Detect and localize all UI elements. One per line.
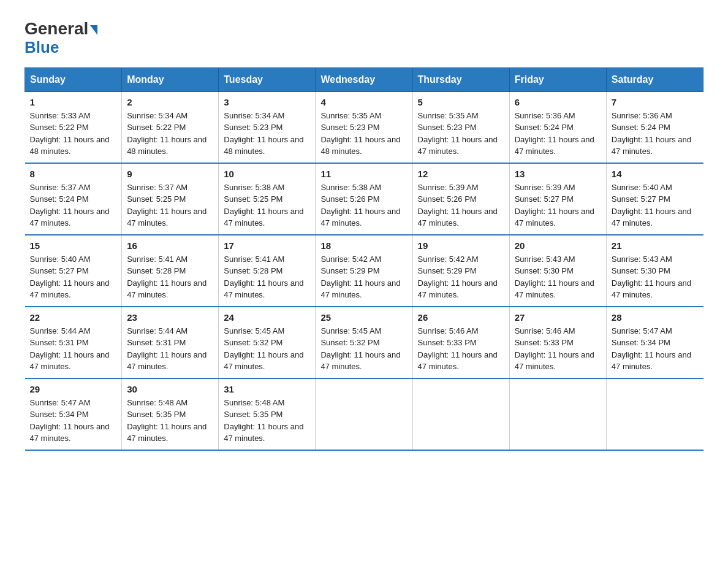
sunrise-label: Sunrise: 5:35 AM — [418, 111, 479, 120]
day-info: Sunrise: 5:33 AM Sunset: 5:22 PM Dayligh… — [30, 110, 117, 158]
calendar-cell: 7 Sunrise: 5:36 AM Sunset: 5:24 PM Dayli… — [606, 91, 703, 163]
sunrise-label: Sunrise: 5:43 AM — [612, 255, 672, 264]
sunrise-label: Sunrise: 5:48 AM — [224, 398, 284, 407]
logo: General Blue — [25, 18, 97, 55]
day-number: 7 — [612, 97, 699, 107]
weekday-header-friday: Friday — [509, 67, 606, 91]
day-number: 26 — [418, 312, 504, 323]
sunrise-label: Sunrise: 5:45 AM — [320, 326, 381, 335]
calendar-week-row: 8 Sunrise: 5:37 AM Sunset: 5:24 PM Dayli… — [25, 163, 703, 235]
calendar-cell: 22 Sunrise: 5:44 AM Sunset: 5:31 PM Dayl… — [25, 307, 122, 378]
sunrise-label: Sunrise: 5:44 AM — [127, 326, 188, 335]
sunset-label: Sunset: 5:32 PM — [224, 338, 282, 347]
day-number: 28 — [612, 312, 699, 323]
sunrise-label: Sunrise: 5:45 AM — [224, 326, 284, 335]
daylight-label: Daylight: 11 hours and 47 minutes. — [127, 278, 207, 300]
calendar-cell: 11 Sunrise: 5:38 AM Sunset: 5:26 PM Dayl… — [316, 163, 412, 235]
sunrise-label: Sunrise: 5:38 AM — [224, 183, 284, 192]
day-number: 2 — [127, 97, 213, 107]
sunset-label: Sunset: 5:29 PM — [418, 266, 477, 275]
day-info: Sunrise: 5:41 AM Sunset: 5:28 PM Dayligh… — [224, 253, 310, 301]
daylight-label: Daylight: 11 hours and 47 minutes. — [320, 207, 400, 228]
daylight-label: Daylight: 11 hours and 47 minutes. — [320, 350, 400, 372]
calendar-table: SundayMondayTuesdayWednesdayThursdayFrid… — [25, 67, 703, 451]
sunset-label: Sunset: 5:25 PM — [224, 194, 282, 204]
calendar-cell: 2 Sunrise: 5:34 AM Sunset: 5:22 PM Dayli… — [122, 91, 219, 163]
day-info: Sunrise: 5:41 AM Sunset: 5:28 PM Dayligh… — [127, 253, 213, 301]
calendar-cell: 17 Sunrise: 5:41 AM Sunset: 5:28 PM Dayl… — [219, 235, 316, 307]
day-info: Sunrise: 5:44 AM Sunset: 5:31 PM Dayligh… — [127, 325, 213, 373]
daylight-label: Daylight: 11 hours and 47 minutes. — [30, 422, 110, 443]
daylight-label: Daylight: 11 hours and 48 minutes. — [30, 135, 110, 156]
calendar-week-row: 1 Sunrise: 5:33 AM Sunset: 5:22 PM Dayli… — [25, 91, 703, 163]
calendar-cell: 10 Sunrise: 5:38 AM Sunset: 5:25 PM Dayl… — [219, 163, 316, 235]
calendar-cell: 9 Sunrise: 5:37 AM Sunset: 5:25 PM Dayli… — [122, 163, 219, 235]
daylight-label: Daylight: 11 hours and 47 minutes. — [515, 278, 594, 300]
sunset-label: Sunset: 5:32 PM — [320, 338, 379, 347]
calendar-header-row: SundayMondayTuesdayWednesdayThursdayFrid… — [25, 67, 703, 91]
sunset-label: Sunset: 5:28 PM — [224, 266, 282, 275]
sunset-label: Sunset: 5:24 PM — [30, 194, 89, 204]
day-info: Sunrise: 5:35 AM Sunset: 5:23 PM Dayligh… — [418, 110, 504, 158]
sunset-label: Sunset: 5:23 PM — [320, 123, 379, 132]
sunrise-label: Sunrise: 5:40 AM — [30, 255, 91, 264]
day-number: 5 — [418, 97, 504, 107]
calendar-cell: 5 Sunrise: 5:35 AM Sunset: 5:23 PM Dayli… — [412, 91, 509, 163]
sunset-label: Sunset: 5:27 PM — [612, 194, 670, 204]
sunset-label: Sunset: 5:25 PM — [127, 194, 186, 204]
calendar-week-row: 29 Sunrise: 5:47 AM Sunset: 5:34 PM Dayl… — [25, 378, 703, 450]
day-number: 13 — [515, 169, 601, 179]
day-number: 18 — [320, 240, 407, 251]
calendar-cell: 28 Sunrise: 5:47 AM Sunset: 5:34 PM Dayl… — [606, 307, 703, 378]
sunset-label: Sunset: 5:31 PM — [127, 338, 186, 347]
daylight-label: Daylight: 11 hours and 47 minutes. — [224, 278, 303, 300]
sunset-label: Sunset: 5:28 PM — [127, 266, 186, 275]
day-number: 31 — [224, 384, 310, 394]
calendar-week-row: 22 Sunrise: 5:44 AM Sunset: 5:31 PM Dayl… — [25, 307, 703, 378]
daylight-label: Daylight: 11 hours and 47 minutes. — [515, 350, 594, 372]
daylight-label: Daylight: 11 hours and 48 minutes. — [127, 135, 207, 156]
calendar-cell: 15 Sunrise: 5:40 AM Sunset: 5:27 PM Dayl… — [25, 235, 122, 307]
daylight-label: Daylight: 11 hours and 47 minutes. — [127, 422, 207, 443]
weekday-header-wednesday: Wednesday — [316, 67, 412, 91]
day-info: Sunrise: 5:45 AM Sunset: 5:32 PM Dayligh… — [224, 325, 310, 373]
calendar-cell: 19 Sunrise: 5:42 AM Sunset: 5:29 PM Dayl… — [412, 235, 509, 307]
daylight-label: Daylight: 11 hours and 47 minutes. — [224, 422, 303, 443]
daylight-label: Daylight: 11 hours and 47 minutes. — [320, 278, 400, 300]
day-number: 16 — [127, 240, 213, 251]
calendar-cell: 8 Sunrise: 5:37 AM Sunset: 5:24 PM Dayli… — [25, 163, 122, 235]
day-info: Sunrise: 5:45 AM Sunset: 5:32 PM Dayligh… — [320, 325, 407, 373]
calendar-cell: 18 Sunrise: 5:42 AM Sunset: 5:29 PM Dayl… — [316, 235, 412, 307]
day-info: Sunrise: 5:48 AM Sunset: 5:35 PM Dayligh… — [224, 397, 310, 445]
day-number: 14 — [612, 169, 699, 179]
calendar-cell: 3 Sunrise: 5:34 AM Sunset: 5:23 PM Dayli… — [219, 91, 316, 163]
day-info: Sunrise: 5:43 AM Sunset: 5:30 PM Dayligh… — [515, 253, 601, 301]
day-info: Sunrise: 5:36 AM Sunset: 5:24 PM Dayligh… — [515, 110, 601, 158]
sunrise-label: Sunrise: 5:44 AM — [30, 326, 91, 335]
daylight-label: Daylight: 11 hours and 47 minutes. — [30, 350, 110, 372]
day-info: Sunrise: 5:36 AM Sunset: 5:24 PM Dayligh… — [612, 110, 699, 158]
day-info: Sunrise: 5:46 AM Sunset: 5:33 PM Dayligh… — [418, 325, 504, 373]
day-info: Sunrise: 5:34 AM Sunset: 5:22 PM Dayligh… — [127, 110, 213, 158]
calendar-cell: 25 Sunrise: 5:45 AM Sunset: 5:32 PM Dayl… — [316, 307, 412, 378]
calendar-cell: 21 Sunrise: 5:43 AM Sunset: 5:30 PM Dayl… — [606, 235, 703, 307]
calendar-cell: 24 Sunrise: 5:45 AM Sunset: 5:32 PM Dayl… — [219, 307, 316, 378]
sunset-label: Sunset: 5:30 PM — [612, 266, 670, 275]
day-number: 6 — [515, 97, 601, 107]
day-number: 15 — [30, 240, 117, 251]
sunset-label: Sunset: 5:23 PM — [418, 123, 477, 132]
sunset-label: Sunset: 5:22 PM — [30, 123, 89, 132]
calendar-cell: 1 Sunrise: 5:33 AM Sunset: 5:22 PM Dayli… — [25, 91, 122, 163]
sunrise-label: Sunrise: 5:42 AM — [418, 255, 479, 264]
logo-blue-text: Blue — [25, 39, 97, 55]
daylight-label: Daylight: 11 hours and 47 minutes. — [612, 350, 691, 372]
day-number: 10 — [224, 169, 310, 179]
sunset-label: Sunset: 5:35 PM — [127, 410, 186, 419]
day-info: Sunrise: 5:48 AM Sunset: 5:35 PM Dayligh… — [127, 397, 213, 445]
sunset-label: Sunset: 5:26 PM — [320, 194, 379, 204]
day-info: Sunrise: 5:38 AM Sunset: 5:25 PM Dayligh… — [224, 182, 310, 229]
calendar-cell: 23 Sunrise: 5:44 AM Sunset: 5:31 PM Dayl… — [122, 307, 219, 378]
day-info: Sunrise: 5:44 AM Sunset: 5:31 PM Dayligh… — [30, 325, 117, 373]
day-info: Sunrise: 5:38 AM Sunset: 5:26 PM Dayligh… — [320, 182, 407, 229]
calendar-cell: 31 Sunrise: 5:48 AM Sunset: 5:35 PM Dayl… — [219, 378, 316, 450]
